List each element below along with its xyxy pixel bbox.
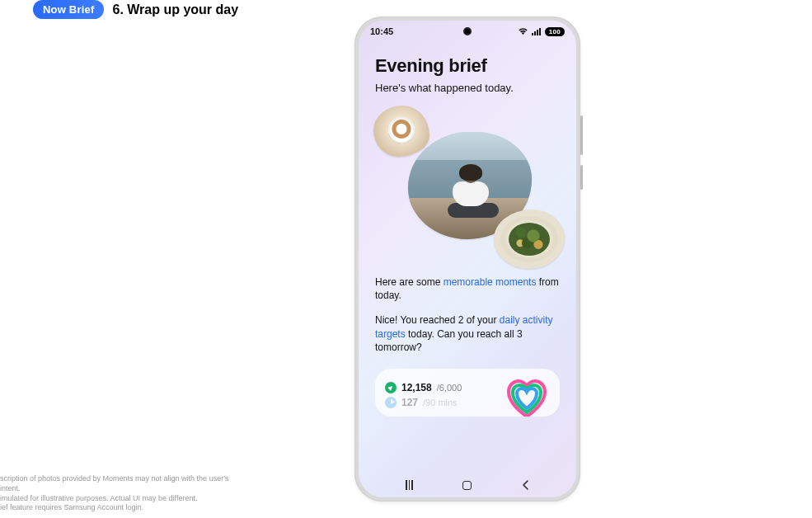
activity-metrics: 12,158 /6,000 127 /90 mins <box>385 382 462 408</box>
signal-icon <box>532 27 542 35</box>
phone-frame: 10:45 100 Evening brief Here's what happ… <box>354 16 580 502</box>
moment-photo-coffee[interactable] <box>373 106 429 157</box>
activity-message: Nice! You reached 2 of your daily activi… <box>375 313 560 354</box>
activity-card[interactable]: 12,158 /6,000 127 /90 mins <box>375 369 560 417</box>
moments-collage[interactable] <box>375 107 560 264</box>
active-time-icon <box>385 397 397 408</box>
brief-title: Evening brief <box>375 55 560 77</box>
status-bar: 10:45 100 <box>359 21 576 42</box>
steps-value: 12,158 <box>401 382 432 393</box>
phone-side-button <box>580 165 583 190</box>
metric-steps: 12,158 /6,000 <box>385 382 462 393</box>
steps-icon <box>385 382 397 393</box>
page-header: Now Brief 6. Wrap up your day <box>33 0 238 19</box>
disclaimer-text: scription of photos provided by Moments … <box>0 474 247 513</box>
nav-recents-button[interactable] <box>392 480 425 490</box>
android-nav-bar <box>359 473 576 497</box>
feature-pill: Now Brief <box>33 0 104 19</box>
phone-screen: 10:45 100 Evening brief Here's what happ… <box>359 21 576 497</box>
steps-goal: /6,000 <box>437 383 462 393</box>
brief-subtitle: Here's what happened today. <box>375 82 560 94</box>
phone-side-button <box>580 115 583 155</box>
metric-active-time: 127 /90 mins <box>385 397 462 408</box>
brief-content[interactable]: Evening brief Here's what happened today… <box>359 42 576 473</box>
status-time: 10:45 <box>370 26 393 36</box>
active-time-value: 127 <box>401 397 418 408</box>
battery-pill: 100 <box>545 27 565 36</box>
nav-back-button[interactable] <box>509 480 542 490</box>
wifi-icon <box>518 27 528 35</box>
page-title: 6. Wrap up your day <box>112 2 238 17</box>
memorable-moments-link[interactable]: memorable moments <box>444 276 537 288</box>
nav-home-button[interactable] <box>451 481 484 490</box>
activity-rings-icon <box>504 377 550 413</box>
moment-photo-food[interactable] <box>494 210 565 269</box>
active-time-goal: /90 mins <box>423 398 458 407</box>
moments-caption: Here are some memorable moments from tod… <box>375 275 560 302</box>
front-camera <box>463 27 472 35</box>
